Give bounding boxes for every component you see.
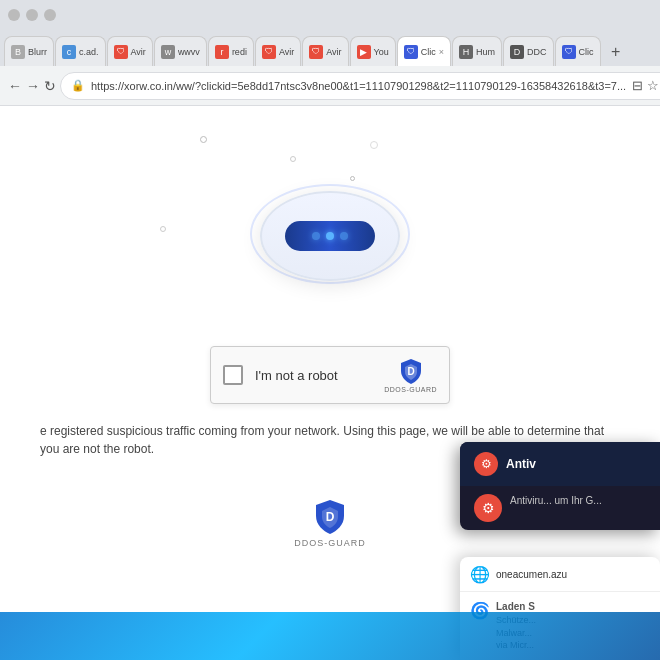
tab-favicon-hum: H [459, 45, 473, 59]
minimize-btn[interactable] [26, 9, 38, 21]
tab-ddc[interactable]: D DDC [503, 36, 554, 66]
edge-source-text: oneacumen.azu [496, 569, 567, 580]
tab-label-avir3: Avir [326, 47, 341, 57]
tab-favicon-cad: c [62, 45, 76, 59]
tab-hum[interactable]: H Hum [452, 36, 502, 66]
antivirus-notification[interactable]: ⚙ Antiv ⚙ Antiviru... um Ihr G... [460, 442, 660, 530]
robot-image [240, 146, 420, 326]
tab-label-you: You [374, 47, 389, 57]
tab-favicon-avir3: 🛡 [309, 45, 323, 59]
bottom-logo-text: DDOS-GUARD [294, 538, 366, 548]
browser-frame: B Blurr c c.ad. 🛡 Avir w wwvv r redi 🛡 A… [0, 0, 660, 660]
notif-body: ⚙ Antiviru... um Ihr G... [460, 486, 660, 530]
notif-body-text: Antiviru... um Ihr G... [510, 494, 602, 508]
robot-eye-right [340, 232, 348, 240]
captcha-widget[interactable]: I'm not a robot D DDOS-GUARD [210, 346, 450, 404]
tab-label-blurr: Blurr [28, 47, 47, 57]
notif-body-icon: ⚙ [474, 494, 502, 522]
page-content: I'm not a robot D DDOS-GUARD e registere… [0, 106, 660, 660]
tab-favicon-blurr: B [11, 45, 25, 59]
tab-label-hum: Hum [476, 47, 495, 57]
address-icons: ⊟ ☆ ⊟ ☆ ⊞ 👤 ⋮ [632, 78, 660, 93]
title-bar [0, 0, 660, 30]
bottom-shield-icon: D [312, 498, 348, 534]
tab-wwvv[interactable]: w wwvv [154, 36, 207, 66]
ddos-brand-text: DDOS-GUARD [384, 386, 437, 393]
deco-dot-4 [160, 226, 166, 232]
robot-eye-left [312, 232, 320, 240]
tab-redi[interactable]: r redi [208, 36, 254, 66]
tab-click2[interactable]: 🛡 Clic [555, 36, 601, 66]
bookmark-icon[interactable]: ☆ [647, 78, 659, 93]
refresh-button[interactable]: ↻ [44, 72, 56, 100]
tab-favicon-click: 🛡 [404, 45, 418, 59]
svg-text:D: D [407, 366, 414, 377]
tab-label-click2: Clic [579, 47, 594, 57]
tab-favicon-click2: 🛡 [562, 45, 576, 59]
tab-you[interactable]: ▶ You [350, 36, 396, 66]
tab-avir3[interactable]: 🛡 Avir [302, 36, 348, 66]
new-tab-button[interactable]: + [602, 38, 630, 66]
tab-favicon-wwvv: w [161, 45, 175, 59]
address-text: https://xorw.co.in/ww/?clickid=5e8dd17nt… [91, 80, 626, 92]
ddos-shield-icon: D [397, 357, 425, 385]
captcha-label: I'm not a robot [255, 368, 372, 383]
tab-avir1[interactable]: 🛡 Avir [107, 36, 153, 66]
tab-label-click: Clic [421, 47, 436, 57]
tab-click-active[interactable]: 🛡 Clic × [397, 36, 451, 66]
tab-label-cad: c.ad. [79, 47, 99, 57]
captcha-checkbox[interactable] [223, 365, 243, 385]
ddos-logo: D DDOS-GUARD [384, 357, 437, 393]
robot-visor [285, 221, 375, 251]
tab-favicon-avir2: 🛡 [262, 45, 276, 59]
address-bar[interactable]: 🔒 https://xorw.co.in/ww/?clickid=5e8dd17… [60, 72, 660, 100]
window-controls [8, 9, 56, 21]
tab-blurr[interactable]: B Blurr [4, 36, 54, 66]
tab-cad[interactable]: c c.ad. [55, 36, 106, 66]
notif-header: ⚙ Antiv [460, 442, 660, 486]
tab-label-avir2: Avir [279, 47, 294, 57]
bottom-logo: D DDOS-GUARD [294, 498, 366, 548]
read-mode-icon[interactable]: ⊟ [632, 78, 643, 93]
deco-dot-1 [200, 136, 207, 143]
tab-label-ddc: DDC [527, 47, 547, 57]
tab-avir2[interactable]: 🛡 Avir [255, 36, 301, 66]
tab-label-avir1: Avir [131, 47, 146, 57]
robot-body [260, 191, 400, 281]
notif-header-icon: ⚙ [474, 452, 498, 476]
toolbar: ← → ↻ 🔒 https://xorw.co.in/ww/?clickid=5… [0, 66, 660, 106]
close-btn[interactable] [8, 9, 20, 21]
robot-eye-center [326, 232, 334, 240]
tab-favicon-ddc: D [510, 45, 524, 59]
tab-favicon-you: ▶ [357, 45, 371, 59]
tab-label-wwvv: wwvv [178, 47, 200, 57]
tab-favicon-redi: r [215, 45, 229, 59]
notif-title: Antiv [506, 457, 536, 471]
back-button[interactable]: ← [8, 72, 22, 100]
forward-button[interactable]: → [26, 72, 40, 100]
tab-label-redi: redi [232, 47, 247, 57]
tab-bar: B Blurr c c.ad. 🛡 Avir w wwvv r redi 🛡 A… [0, 30, 660, 66]
tab-close-click[interactable]: × [439, 47, 444, 57]
edge-browser-icon: 🌐 [470, 565, 488, 583]
svg-text:D: D [326, 510, 335, 524]
edge-notif-header: 🌐 oneacumen.azu [460, 557, 660, 592]
tab-favicon-avir1: 🛡 [114, 45, 128, 59]
taskbar-background [0, 612, 660, 660]
robot-section: I'm not a robot D DDOS-GUARD [210, 146, 450, 404]
maximize-btn[interactable] [44, 9, 56, 21]
lock-icon: 🔒 [71, 79, 85, 92]
